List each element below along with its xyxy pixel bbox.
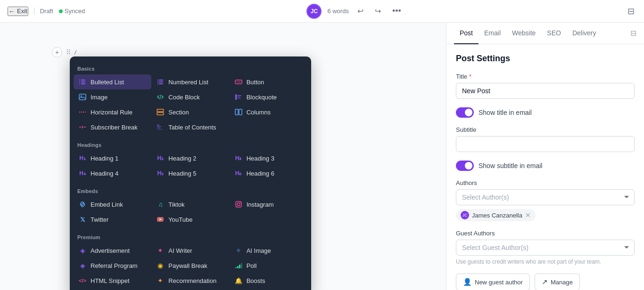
embed-link-icon xyxy=(78,200,87,209)
block-columns[interactable]: Columns xyxy=(230,105,307,120)
bulleted-list-icon xyxy=(78,78,87,86)
show-subtitle-toggle-row: Show subtitle in email xyxy=(456,161,635,171)
block-heading-2[interactable]: H₂ Heading 2 xyxy=(151,151,229,166)
guest-authors-help: Use guests to credit writers who are not… xyxy=(456,258,635,265)
manage-icon: ↗ xyxy=(542,278,548,286)
tab-delivery[interactable]: Delivery xyxy=(567,23,602,44)
svg-rect-0 xyxy=(79,80,80,81)
svg-rect-37 xyxy=(239,265,240,268)
block-numbered-list[interactable]: 1.2.3. Numbered List xyxy=(151,74,229,89)
headings-section-label: Headings xyxy=(70,138,311,151)
guest-authors-select[interactable]: Select Guest Author(s) xyxy=(456,240,635,256)
collapse-panel-button[interactable]: ⊟ xyxy=(626,4,636,18)
more-button[interactable]: ••• xyxy=(389,4,404,18)
guest-authors-label: Guest Authors xyxy=(456,230,635,237)
numbered-list-label: Numbered List xyxy=(168,79,208,86)
block-heading-1[interactable]: H₁ Heading 1 xyxy=(74,151,151,166)
block-type-dropdown[interactable]: Basics Bulleted List 1.2.3. Numbered Lis… xyxy=(70,56,311,290)
block-horizontal-rule[interactable]: Horizontal Rule xyxy=(74,105,151,120)
block-bulleted-list[interactable]: Bulleted List xyxy=(74,74,151,89)
block-embed-link[interactable]: Embed Link xyxy=(74,197,151,212)
title-input[interactable] xyxy=(456,83,635,99)
image-icon xyxy=(78,93,87,101)
add-block-button[interactable]: + xyxy=(52,47,62,57)
editor-area[interactable]: + ⠿ / Basics Bulleted List 1.2.3. N xyxy=(0,23,446,290)
block-poll[interactable]: Poll xyxy=(230,258,307,273)
new-guest-author-button[interactable]: 👤 New guest author xyxy=(456,274,530,290)
exit-button[interactable]: ← Exit xyxy=(8,7,28,16)
block-subscriber-break[interactable]: Subscriber Break xyxy=(74,120,151,135)
horizontal-rule-label: Horizontal Rule xyxy=(91,109,132,116)
block-button[interactable]: Button xyxy=(230,74,307,89)
block-ai-image[interactable]: ✧ AI Image xyxy=(230,243,307,258)
show-title-toggle[interactable] xyxy=(456,107,474,118)
block-advertisement[interactable]: ◈ Advertisement xyxy=(74,243,151,258)
block-section[interactable]: Section xyxy=(151,105,229,120)
subtitle-toggle-knob xyxy=(465,162,472,169)
svg-rect-17 xyxy=(237,95,241,96)
authors-select[interactable]: Select Author(s) xyxy=(456,189,635,205)
columns-label: Columns xyxy=(247,109,271,116)
toc-label: Table of Contents xyxy=(168,124,216,131)
block-referral[interactable]: ◈ Referral Program xyxy=(74,258,151,273)
advertisement-label: Advertisement xyxy=(91,247,130,254)
add-person-icon: 👤 xyxy=(463,278,472,286)
new-guest-author-label: New guest author xyxy=(475,279,523,286)
slash-command-hint: / xyxy=(74,49,76,56)
paywall-label: Paywall Break xyxy=(168,262,207,269)
block-html-snippet[interactable]: </> HTML Snippet xyxy=(74,273,151,288)
block-code[interactable]: Code Block xyxy=(151,89,229,105)
subtitle-label: Subtitle xyxy=(456,126,635,133)
drag-handle-icon[interactable]: ⠿ xyxy=(66,48,71,56)
tab-email[interactable]: Email xyxy=(479,23,506,44)
section-label: Section xyxy=(168,109,189,116)
author-remove-button[interactable]: ✕ xyxy=(525,212,531,218)
block-tiktok[interactable]: ♫ Tiktok xyxy=(151,197,229,212)
block-twitter[interactable]: 𝕏 Twitter xyxy=(74,212,151,227)
block-toc[interactable]: Table of Contents xyxy=(151,120,229,135)
tab-seo[interactable]: SEO xyxy=(541,23,567,44)
referral-icon: ◈ xyxy=(78,261,87,270)
block-heading-5[interactable]: H₅ Heading 5 xyxy=(151,166,229,181)
svg-rect-2 xyxy=(79,81,80,82)
svg-rect-23 xyxy=(235,109,238,115)
block-blockquote[interactable]: Blockquote xyxy=(230,89,307,105)
html-snippet-label: HTML Snippet xyxy=(91,277,130,284)
authors-label: Authors xyxy=(456,179,635,186)
panel-collapse-button[interactable]: ⊟ xyxy=(630,29,636,38)
paywall-icon: ◉ xyxy=(156,261,165,270)
show-subtitle-label: Show subtitle in email xyxy=(479,162,542,169)
block-boosts[interactable]: 🔔 Boosts xyxy=(230,273,307,288)
svg-rect-18 xyxy=(237,97,240,97)
code-block-label: Code Block xyxy=(168,94,199,101)
block-youtube[interactable]: YouTube xyxy=(151,212,229,227)
title-label: Title * xyxy=(456,73,635,80)
show-title-label: Show title in email xyxy=(479,109,532,116)
block-image[interactable]: Image xyxy=(74,89,151,105)
subtitle-input[interactable] xyxy=(456,136,635,152)
manage-button[interactable]: ↗ Manage xyxy=(535,274,580,290)
basics-section-label: Basics xyxy=(70,62,311,74)
block-heading-3[interactable]: H₃ Heading 3 xyxy=(230,151,307,166)
redo-button[interactable]: ↪ xyxy=(372,5,384,17)
undo-button[interactable]: ↩ xyxy=(355,5,366,17)
block-paywall[interactable]: ◉ Paywall Break xyxy=(151,258,229,273)
show-subtitle-toggle[interactable] xyxy=(456,161,474,171)
tab-website[interactable]: Website xyxy=(506,23,541,44)
block-heading-4[interactable]: H₄ Heading 4 xyxy=(74,166,151,181)
h4-icon: H₄ xyxy=(78,169,87,177)
block-heading-6[interactable]: H₆ Heading 6 xyxy=(230,166,307,181)
ai-image-icon: ✧ xyxy=(234,246,243,255)
block-instagram[interactable]: Instagram xyxy=(230,197,307,212)
block-recommendation[interactable]: ✦ Recommendation xyxy=(151,273,229,288)
referral-label: Referral Program xyxy=(91,262,138,269)
numbered-list-icon: 1.2.3. xyxy=(156,78,165,86)
exit-icon: ← xyxy=(8,8,15,15)
tab-post[interactable]: Post xyxy=(454,23,479,44)
panel-tabs: Post Email Website SEO Delivery ⊟ xyxy=(446,23,644,44)
heading-1-label: Heading 1 xyxy=(91,155,118,162)
twitter-icon: 𝕏 xyxy=(78,215,87,224)
block-ai-writer[interactable]: ✦ AI Writer xyxy=(151,243,229,258)
exit-label: Exit xyxy=(17,8,27,15)
toggle-knob xyxy=(465,109,472,116)
